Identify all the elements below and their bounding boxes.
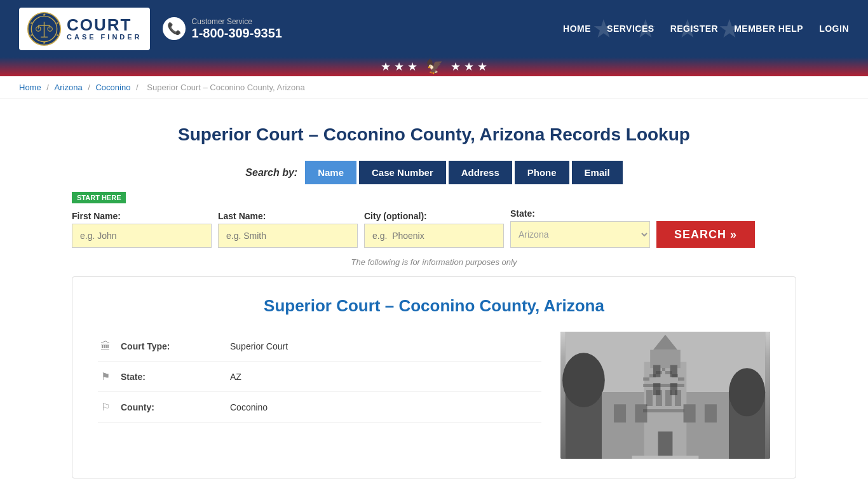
last-name-input[interactable] bbox=[218, 224, 358, 248]
svg-text:★: ★ bbox=[43, 13, 46, 17]
search-form-row: First Name: Last Name: City (optional): … bbox=[72, 208, 796, 248]
state-label-detail: State: bbox=[121, 372, 222, 382]
logo-emblem-icon: ★ ★ ★ ★ ★ ★ bbox=[27, 11, 62, 46]
logo-text: COURT CASE FINDER bbox=[67, 17, 142, 41]
breadcrumb-state[interactable]: Arizona bbox=[55, 83, 83, 92]
state-label: State: bbox=[510, 208, 650, 219]
breadcrumb-sep-2: / bbox=[88, 83, 92, 92]
header-left: ★ ★ ★ ★ ★ ★ COURT CASE FINDER bbox=[19, 8, 282, 50]
city-field: City (optional): bbox=[364, 211, 504, 248]
tab-email[interactable]: Email bbox=[572, 161, 623, 184]
nav-login[interactable]: LOGIN bbox=[819, 24, 849, 34]
svg-rect-34 bbox=[632, 456, 699, 459]
form-container: START HERE First Name: Last Name: City (… bbox=[72, 192, 796, 248]
city-input[interactable] bbox=[364, 224, 504, 248]
court-card-title: Superior Court – Coconino County, Arizon… bbox=[98, 296, 770, 316]
logo-finder-label: CASE FINDER bbox=[67, 33, 142, 41]
svg-rect-29 bbox=[614, 404, 626, 423]
main-nav: HOME SERVICES REGISTER MEMBER HELP LOGIN bbox=[563, 24, 849, 34]
nav-register[interactable]: REGISTER bbox=[670, 24, 719, 34]
tab-name[interactable]: Name bbox=[305, 161, 356, 184]
first-name-input[interactable] bbox=[72, 224, 212, 248]
detail-row-state: ⚑ State: AZ bbox=[98, 362, 541, 392]
flag-icon: ⚑ bbox=[98, 370, 113, 383]
phone-icon: 📞 bbox=[163, 17, 186, 40]
breadcrumb-home[interactable]: Home bbox=[19, 83, 41, 92]
first-name-label: First Name: bbox=[72, 211, 212, 221]
search-button[interactable]: SEARCH » bbox=[656, 221, 755, 248]
search-by-row: Search by: Name Case Number Address Phon… bbox=[72, 161, 796, 184]
eagle-icon: 🦅 bbox=[426, 58, 443, 75]
phone-info: Customer Service 1-800-309-9351 bbox=[192, 17, 282, 41]
map-icon: ⚐ bbox=[98, 401, 113, 413]
phone-number: 1-800-309-9351 bbox=[192, 26, 282, 41]
court-building-image bbox=[560, 332, 770, 459]
site-header: ★ ★ ★ ★ ★ ★ COURT CASE FINDER bbox=[0, 0, 868, 57]
county-label: County: bbox=[121, 402, 222, 412]
disclaimer: The following is for information purpose… bbox=[72, 257, 796, 267]
county-value: Coconino bbox=[230, 402, 268, 412]
breadcrumb: Home / Arizona / Coconino / Superior Cou… bbox=[0, 76, 868, 99]
first-name-field: First Name: bbox=[72, 211, 212, 248]
logo[interactable]: ★ ★ ★ ★ ★ ★ COURT CASE FINDER bbox=[19, 8, 150, 50]
state-value: AZ bbox=[230, 372, 241, 382]
customer-service-label: Customer Service bbox=[192, 17, 282, 26]
court-card: Superior Court – Coconino County, Arizon… bbox=[72, 276, 796, 478]
court-type-label: Court Type: bbox=[121, 341, 222, 351]
courthouse-svg bbox=[560, 332, 770, 459]
svg-rect-26 bbox=[670, 365, 677, 377]
nav-home[interactable]: HOME bbox=[563, 24, 591, 34]
detail-row-county: ⚐ County: Coconino bbox=[98, 392, 541, 423]
breadcrumb-sep-1: / bbox=[46, 83, 51, 92]
search-by-label: Search by: bbox=[245, 167, 297, 179]
svg-text:★: ★ bbox=[43, 41, 46, 44]
svg-point-18 bbox=[562, 353, 605, 407]
svg-rect-31 bbox=[684, 404, 696, 423]
tab-case-number[interactable]: Case Number bbox=[359, 161, 446, 184]
last-name-field: Last Name: bbox=[218, 211, 358, 248]
tab-address[interactable]: Address bbox=[449, 161, 512, 184]
nav-member-help[interactable]: MEMBER HELP bbox=[734, 24, 803, 34]
last-name-label: Last Name: bbox=[218, 211, 358, 221]
city-label: City (optional): bbox=[364, 211, 504, 221]
svg-rect-28 bbox=[670, 383, 677, 395]
svg-rect-25 bbox=[653, 365, 660, 377]
tab-phone[interactable]: Phone bbox=[515, 161, 569, 184]
main-content: Superior Court – Coconino County, Arizon… bbox=[53, 99, 815, 488]
start-here-badge: START HERE bbox=[72, 192, 126, 203]
detail-row-type: 🏛 Court Type: Superior Court bbox=[98, 332, 541, 362]
breadcrumb-sep-3: / bbox=[136, 83, 140, 92]
svg-point-20 bbox=[729, 368, 765, 416]
state-select[interactable]: Alabama Alaska Arizona Arkansas Californ… bbox=[510, 221, 650, 248]
breadcrumb-current: Superior Court – Coconino County, Arizon… bbox=[147, 83, 304, 92]
page-title: Superior Court – Coconino County, Arizon… bbox=[72, 125, 796, 145]
svg-rect-27 bbox=[653, 383, 660, 395]
phone-box: 📞 Customer Service 1-800-309-9351 bbox=[163, 17, 282, 41]
state-field: State: Alabama Alaska Arizona Arkansas C… bbox=[510, 208, 650, 248]
breadcrumb-county[interactable]: Coconino bbox=[95, 83, 130, 92]
court-type-value: Superior Court bbox=[230, 341, 288, 351]
stars-left: ★ ★ ★ bbox=[381, 60, 417, 74]
patriotic-banner: ★ ★ ★ 🦅 ★ ★ ★ bbox=[0, 57, 868, 76]
svg-rect-30 bbox=[635, 404, 647, 423]
building-icon: 🏛 bbox=[98, 341, 113, 352]
svg-rect-32 bbox=[705, 404, 717, 423]
court-details: 🏛 Court Type: Superior Court ⚑ State: AZ… bbox=[98, 332, 541, 459]
court-card-body: 🏛 Court Type: Superior Court ⚑ State: AZ… bbox=[98, 332, 770, 459]
nav-services[interactable]: SERVICES bbox=[607, 24, 654, 34]
eagle-banner: ★ ★ ★ 🦅 ★ ★ ★ bbox=[381, 58, 487, 75]
svg-rect-33 bbox=[658, 431, 673, 459]
search-section: Search by: Name Case Number Address Phon… bbox=[72, 161, 796, 267]
logo-court-label: COURT bbox=[67, 17, 142, 33]
stars-right: ★ ★ ★ bbox=[451, 60, 487, 74]
